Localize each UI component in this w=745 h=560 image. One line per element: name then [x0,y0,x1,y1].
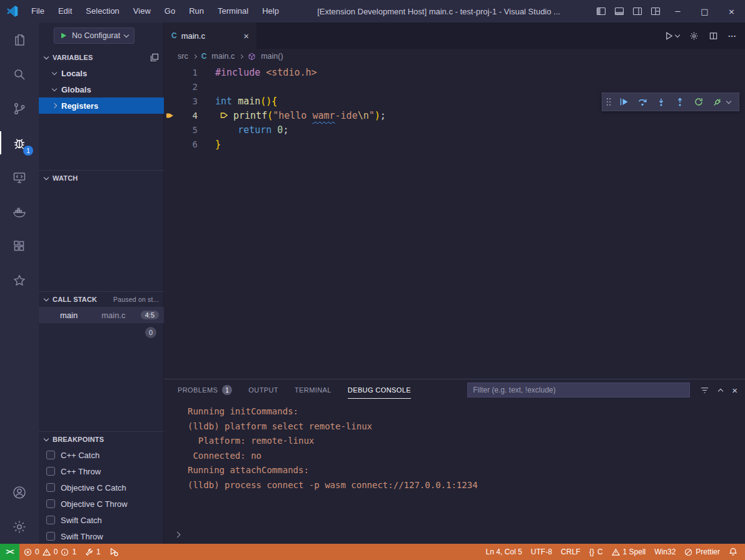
toggle-panel-icon[interactable] [610,0,628,22]
frame-file: main.c [101,311,125,320]
tab-problems[interactable]: PROBLEMS 1 [178,385,232,395]
checkbox[interactable] [46,532,55,541]
close-panel-icon[interactable]: × [732,385,737,396]
tab-close-icon[interactable]: × [243,31,249,41]
debug-console-output[interactable]: Running initCommands: (lldb) platform se… [164,401,745,492]
checkbox[interactable] [46,516,55,524]
menu-help[interactable]: Help [255,0,286,22]
language-indicator[interactable]: {} C [585,544,607,560]
more-actions-icon[interactable]: ··· [728,31,736,41]
console-line: (lldb) process connect -p wasm connect:/… [188,478,745,493]
accounts-icon[interactable] [0,475,39,509]
current-line-arrow-icon[interactable] [164,112,175,119]
start-debug-icon[interactable] [60,32,68,39]
menu-file[interactable]: File [24,0,51,22]
step-over-button[interactable] [634,94,651,110]
breakpoint-row[interactable]: Objective C Catch [39,479,164,496]
filter-icon[interactable] [700,386,709,395]
breakpoints-header[interactable]: BREAKPOINTS [39,432,164,447]
watch-header[interactable]: WATCH [39,171,164,186]
breakpoint-row[interactable]: C++ Throw [39,463,164,479]
frame-position-badge: 4:5 [141,311,159,319]
continue-button[interactable] [616,94,632,110]
checkbox[interactable] [46,483,55,492]
maximize-button[interactable]: □ [691,0,718,22]
encoding-indicator[interactable]: UTF-8 [527,544,557,560]
star-icon[interactable] [0,263,39,298]
menu-view[interactable]: View [126,0,158,22]
console-filter-input[interactable] [467,382,690,398]
search-icon[interactable] [0,57,39,91]
settings-gear-icon[interactable] [0,509,39,544]
code-token: int [215,96,232,107]
step-out-button[interactable] [672,94,688,110]
tools-indicator[interactable]: 1 [81,544,105,560]
tree-item-registers[interactable]: Registers [39,98,164,114]
tab-debug-console[interactable]: DEBUG CONSOLE [348,386,411,394]
debug-session-chevron-icon[interactable] [726,98,731,103]
close-button[interactable]: × [718,0,745,22]
menu-go[interactable]: Go [158,0,182,22]
source-control-icon[interactable] [0,91,39,126]
problems-badge: 1 [222,385,232,395]
breadcrumb-folder[interactable]: src [178,52,188,61]
checkbox[interactable] [46,499,55,508]
explorer-icon[interactable] [0,22,39,57]
debug-config-dropdown[interactable]: No Configurat [54,28,134,44]
checkbox[interactable] [46,467,55,476]
drag-handle-icon[interactable] [606,98,611,106]
split-editor-icon[interactable] [709,31,718,41]
menu-run[interactable]: Run [182,0,211,22]
disconnect-button[interactable] [709,94,726,110]
tree-item-locals[interactable]: Locals [39,65,164,81]
inline-breakpoint-icon[interactable] [220,111,228,119]
toggle-secondary-sidebar-icon[interactable] [628,0,646,22]
tab-terminal[interactable]: TERMINAL [295,386,332,394]
tab-label: PROBLEMS [178,386,218,394]
cursor-position[interactable]: Ln 4, Col 5 [482,544,527,560]
menu-edit[interactable]: Edit [51,0,79,22]
paused-status: Paused on st... [113,296,159,303]
breakpoint-row[interactable]: C++ Catch [39,447,164,463]
menu-terminal[interactable]: Terminal [211,0,255,22]
breadcrumb-symbol[interactable]: main() [261,52,283,61]
toggle-sidebar-icon[interactable] [592,0,610,22]
customize-layout-icon[interactable] [646,0,664,22]
tree-item-globals[interactable]: Globals [39,81,164,98]
docker-icon[interactable] [0,194,39,229]
debug-status-indicator[interactable] [105,544,123,560]
minimize-button[interactable]: ─ [664,0,691,22]
stack-frame-row[interactable]: main main.c 4:5 [39,307,164,323]
breakpoint-row[interactable]: Swift Throw [39,528,164,544]
problems-indicator[interactable]: 0 0 1 [19,544,81,560]
editor-settings-icon[interactable] [689,31,699,41]
prettier-indicator[interactable]: Prettier [680,544,724,560]
variables-header[interactable]: VARIABLES [39,50,164,65]
eol-indicator[interactable]: CRLF [557,544,585,560]
breakpoint-row[interactable]: Objective C Throw [39,496,164,512]
spell-indicator[interactable]: 1 Spell [607,544,651,560]
menubar: File Edit Selection View Go Run Terminal… [24,0,286,22]
tab-main-c[interactable]: C main.c × [164,22,256,49]
platform-indicator[interactable]: Win32 [650,544,680,560]
views-icon[interactable] [150,53,159,62]
line-number: 1 [175,68,198,78]
editor-region: C main.c × [164,22,745,544]
remote-explorer-icon[interactable] [0,160,39,194]
extensions-icon[interactable] [0,229,39,263]
checkbox[interactable] [46,451,55,459]
remote-indicator[interactable]: >< [0,544,19,560]
breakpoint-row[interactable]: Swift Catch [39,512,164,528]
code-editor[interactable]: 1 #include <stdio.h> 2 3 int main(){ [164,64,745,379]
step-into-button[interactable] [653,94,669,110]
restart-button[interactable] [691,94,707,110]
breadcrumb-file[interactable]: main.c [211,52,235,61]
run-or-debug-button[interactable] [664,31,679,41]
console-input-prompt[interactable] [175,529,180,539]
run-and-debug-icon[interactable]: 1 [0,126,39,160]
tab-output[interactable]: OUTPUT [248,386,278,394]
notifications-bell[interactable] [724,544,745,560]
menu-selection[interactable]: Selection [79,0,126,22]
call-stack-header[interactable]: CALL STACK Paused on st... [39,292,164,307]
maximize-panel-icon[interactable] [718,388,723,393]
